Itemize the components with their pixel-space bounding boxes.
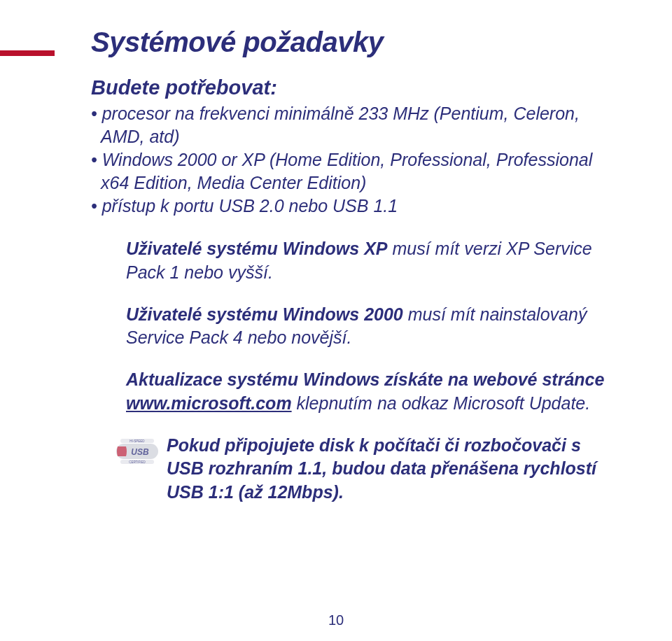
note-update-tail-bold: Microsoft Update — [453, 393, 585, 413]
note-update: Aktualizace systému Windows získáte na w… — [126, 368, 609, 416]
usb-top-text: HI-SPEED — [130, 439, 145, 443]
page-number: 10 — [0, 612, 672, 628]
list-item: přístup k portu USB 2.0 nebo USB 1.1 — [91, 195, 623, 218]
note-xp-lead: Uživatelé systému Windows XP — [126, 239, 388, 258]
note-update-lead: Aktualizace systému Windows získáte na w… — [126, 369, 604, 389]
requirements-list: procesor na frekvenci minimálně 233 MHz … — [91, 102, 623, 218]
note-update-tail: . — [585, 393, 590, 413]
page-title: Systémové požadavky — [91, 27, 623, 58]
list-item: Windows 2000 or XP (Home Edition, Profes… — [91, 148, 623, 195]
note-xp: Uživatelé systému Windows XP musí mít ve… — [126, 237, 609, 285]
usb-sub-text: CERTIFIED — [129, 460, 146, 464]
accent-bar — [0, 50, 55, 56]
note-2000-lead: Uživatelé systému Windows 2000 — [126, 304, 403, 324]
note-update-mid: klepnutím na odkaz — [292, 393, 454, 413]
note-2000: Uživatelé systému Windows 2000 musí mít … — [126, 303, 609, 351]
usb-note: Pokud připojujete disk k počítači či roz… — [167, 434, 609, 505]
microsoft-link[interactable]: www.microsoft.com — [126, 393, 292, 413]
usb-note-row: USB HI-SPEED CERTIFIED Pokud připojujete… — [126, 434, 609, 505]
need-heading: Budete potřebovat: — [91, 76, 623, 99]
usb-certified-icon: USB HI-SPEED CERTIFIED — [116, 437, 158, 469]
usb-main-text: USB — [131, 447, 149, 457]
list-item: procesor na frekvenci minimálně 233 MHz … — [91, 102, 623, 148]
